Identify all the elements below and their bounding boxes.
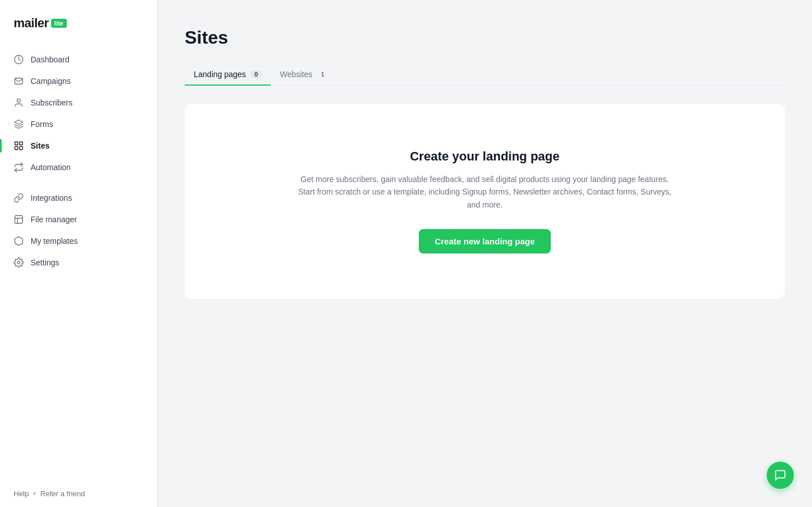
tab-landing-pages[interactable]: Landing pages 0 (185, 64, 271, 86)
sidebar-item-label: Sites (31, 141, 49, 150)
svg-rect-7 (15, 216, 23, 223)
sidebar-item-label: Forms (31, 120, 53, 129)
create-landing-page-button[interactable]: Create new landing page (419, 229, 551, 254)
automation-icon (14, 162, 24, 172)
forms-icon (14, 119, 24, 129)
sidebar-item-forms[interactable]: Forms (7, 113, 150, 135)
chat-button[interactable] (767, 462, 794, 489)
campaigns-icon (14, 76, 24, 86)
dashboard-icon (14, 54, 24, 65)
my-templates-icon (14, 236, 24, 246)
svg-point-2 (17, 99, 20, 102)
subscribers-icon (14, 98, 24, 108)
empty-state-description: Get more subscribers, gain valuable feed… (292, 173, 678, 211)
sidebar-nav: Dashboard Campaigns Subscribers (0, 44, 157, 480)
sidebar-item-label: My templates (31, 236, 78, 246)
svg-point-10 (18, 261, 20, 264)
empty-state-title: Create your landing page (410, 149, 559, 164)
sidebar-item-my-templates[interactable]: My templates (7, 230, 150, 252)
sidebar-item-label: Subscribers (31, 98, 73, 107)
sidebar-item-label: File manager (31, 215, 77, 224)
tab-websites[interactable]: Websites 1 (271, 64, 337, 86)
refer-link[interactable]: Refer a friend (40, 489, 85, 498)
chat-icon (774, 469, 787, 481)
sidebar-item-settings[interactable]: Settings (7, 252, 150, 273)
integrations-icon (14, 193, 24, 203)
sidebar-item-automation[interactable]: Automation (7, 157, 150, 178)
sidebar-footer: Help • Refer a friend (0, 480, 157, 507)
logo-text: mailer (14, 16, 49, 31)
sidebar-item-file-manager[interactable]: File manager (7, 209, 150, 230)
sidebar-item-label: Integrations (31, 193, 72, 202)
svg-rect-3 (15, 142, 18, 145)
help-link[interactable]: Help (14, 489, 29, 498)
sidebar-item-label: Dashboard (31, 55, 70, 64)
svg-rect-6 (20, 147, 23, 150)
page-title: Sites (185, 27, 785, 48)
sidebar: mailer lite Dashboard Campaigns (0, 0, 158, 507)
settings-icon (14, 257, 24, 268)
sites-icon (14, 141, 24, 151)
sidebar-item-label: Automation (31, 163, 71, 172)
main-content: Sites Landing pages 0 Websites 1 Create … (158, 0, 812, 507)
svg-rect-4 (20, 142, 23, 145)
sidebar-item-campaigns[interactable]: Campaigns (7, 70, 150, 92)
sidebar-item-sites[interactable]: Sites (7, 135, 150, 157)
tab-landing-pages-count: 0 (250, 70, 262, 78)
sidebar-item-dashboard[interactable]: Dashboard (7, 49, 150, 70)
footer-dot: • (33, 489, 36, 498)
tab-websites-label: Websites (280, 70, 312, 79)
svg-rect-5 (15, 147, 18, 150)
sidebar-item-label: Campaigns (31, 77, 71, 86)
sidebar-item-subscribers[interactable]: Subscribers (7, 92, 150, 113)
logo-badge: lite (51, 19, 67, 28)
sidebar-item-label: Settings (31, 258, 59, 267)
empty-state-card: Create your landing page Get more subscr… (185, 104, 785, 299)
tabs-bar: Landing pages 0 Websites 1 (185, 64, 785, 86)
file-manager-icon (14, 214, 24, 225)
tab-websites-count: 1 (317, 70, 328, 78)
tab-landing-pages-label: Landing pages (194, 70, 246, 79)
sidebar-item-integrations[interactable]: Integrations (7, 187, 150, 209)
logo: mailer lite (0, 0, 157, 44)
